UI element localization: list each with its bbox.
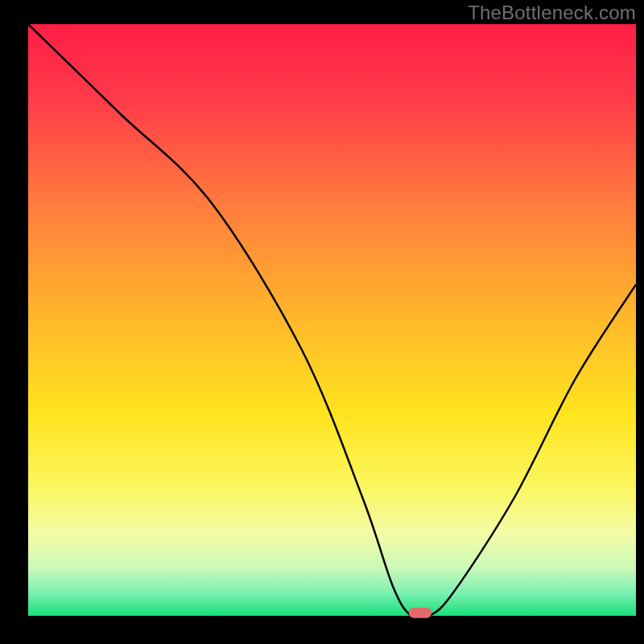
optimal-point-marker — [409, 608, 431, 618]
watermark-text: TheBottleneck.com — [468, 2, 636, 24]
bottleneck-chart — [0, 0, 644, 644]
chart-container: TheBottleneck.com — [0, 0, 644, 644]
